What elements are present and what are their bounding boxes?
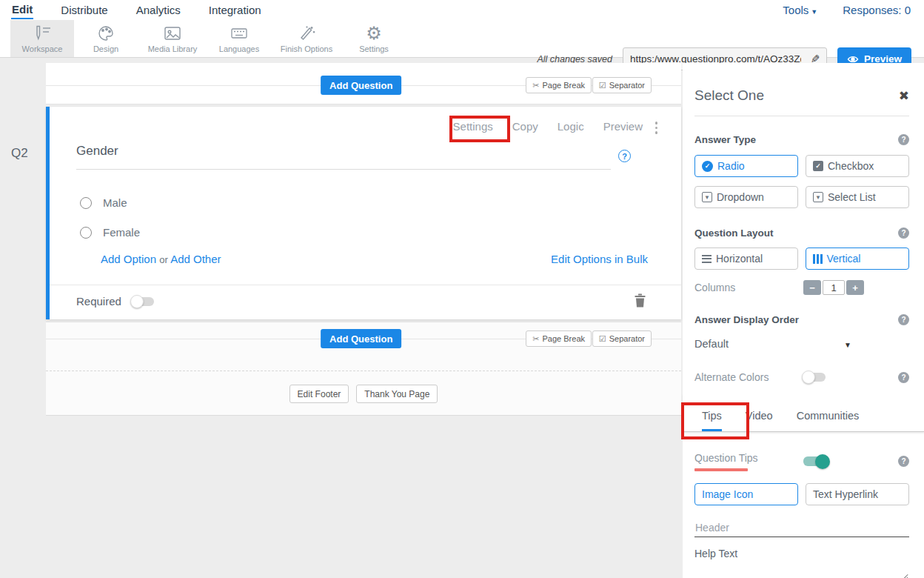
question-copy-link[interactable]: Copy xyxy=(512,120,538,133)
answer-type-select-list-button[interactable]: Select List xyxy=(806,186,909,208)
editor-toolbar: Workspace Design Media Libr xyxy=(0,20,924,58)
required-row: Required xyxy=(76,295,154,308)
answer-option-row: Female xyxy=(80,226,140,239)
toolbar-tab-media-library[interactable]: Media Library xyxy=(138,20,207,57)
chevron-down-icon xyxy=(811,7,817,16)
scissors-icon xyxy=(532,334,539,344)
close-icon[interactable] xyxy=(899,88,909,104)
thank-you-page-button[interactable]: Thank You Page xyxy=(356,385,438,403)
columns-label: Columns xyxy=(694,282,803,293)
separator-button[interactable]: Separator xyxy=(592,330,652,347)
dropdown-square-icon xyxy=(702,192,712,202)
horizontal-lines-icon xyxy=(702,255,712,263)
answer-type-radio-button[interactable]: Radio xyxy=(694,155,798,177)
toolbar-tab-label: Workspace xyxy=(22,44,63,53)
question-tips-help-icon[interactable] xyxy=(898,456,909,467)
nav-item-distribute[interactable]: Distribute xyxy=(60,1,108,19)
image-icon-button[interactable]: Image Icon xyxy=(694,483,798,505)
question-settings-sidebar: Select One Answer Type Radio Checkbox Dr… xyxy=(683,63,924,578)
page-break-button[interactable]: Page Break xyxy=(526,330,592,347)
required-row-divider xyxy=(50,285,681,285)
layout-vertical-button[interactable]: Vertical xyxy=(806,248,909,270)
chevron-down-icon xyxy=(844,337,851,351)
radio-button[interactable] xyxy=(80,227,92,239)
layout-horizontal-button[interactable]: Horizontal xyxy=(694,248,798,270)
checkbox-check-icon xyxy=(813,161,823,171)
answer-type-dropdown-button[interactable]: Dropdown xyxy=(694,186,798,208)
option-label[interactable]: Male xyxy=(103,196,127,209)
nav-item-edit[interactable]: Edit xyxy=(11,1,33,19)
tab-tips[interactable]: Tips xyxy=(702,410,722,431)
toolbar-tab-design[interactable]: Design xyxy=(74,20,138,57)
toolbar-tab-label: Languages xyxy=(219,44,259,53)
question-tips-label: Question Tips xyxy=(694,452,758,464)
palette-icon xyxy=(97,24,115,43)
columns-value-input[interactable] xyxy=(823,280,845,295)
nav-item-analytics[interactable]: Analytics xyxy=(135,1,181,19)
help-text-area-wrap xyxy=(694,561,909,578)
question-preview-link[interactable]: Preview xyxy=(603,120,643,133)
add-question-button[interactable]: Add Question xyxy=(321,76,401,95)
question-layout-help-icon[interactable] xyxy=(898,227,909,239)
responses-count[interactable]: Responses: 0 xyxy=(843,4,911,16)
toolbar-tab-settings[interactable]: Settings xyxy=(342,20,406,57)
add-question-panel-top: Add Question Page Break Separator xyxy=(46,63,681,104)
toolbar-tab-finish-options[interactable]: Finish Options xyxy=(271,20,342,57)
question-help-icon[interactable] xyxy=(618,150,631,162)
question-tips-toggle[interactable] xyxy=(803,456,828,466)
question-logic-link[interactable]: Logic xyxy=(558,120,584,133)
tip-header-input[interactable] xyxy=(694,519,909,537)
toolbar-tab-workspace[interactable]: Workspace xyxy=(10,20,74,57)
question-settings-link[interactable]: Settings xyxy=(453,120,493,133)
option-label[interactable]: Female xyxy=(103,226,140,239)
alternate-colors-label: Alternate Colors xyxy=(694,371,803,383)
top-navigation: Edit Distribute Analytics Integration To… xyxy=(0,0,924,20)
add-question-button[interactable]: Add Question xyxy=(321,329,401,348)
edit-footer-button[interactable]: Edit Footer xyxy=(289,385,349,403)
resize-handle-icon[interactable] xyxy=(901,574,908,578)
survey-editor-app: Edit Distribute Analytics Integration To… xyxy=(0,0,924,578)
columns-decrease-button[interactable] xyxy=(803,280,821,295)
required-toggle[interactable] xyxy=(132,297,154,306)
dropdown-square-icon xyxy=(813,192,823,202)
required-label: Required xyxy=(76,295,121,308)
edit-options-bulk-link[interactable]: Edit Options in Bulk xyxy=(551,253,648,265)
help-text-textarea[interactable] xyxy=(694,561,909,578)
answer-type-label: Answer Type xyxy=(694,134,756,145)
more-options-dots-icon[interactable] xyxy=(654,120,660,136)
checkbox-icon xyxy=(599,81,606,90)
radio-check-icon xyxy=(702,161,713,172)
answer-display-order-select[interactable]: Default xyxy=(694,337,851,351)
page-break-button[interactable]: Page Break xyxy=(526,77,592,93)
answer-display-order-label: Answer Display Order xyxy=(694,314,799,325)
answer-display-order-help-icon[interactable] xyxy=(898,314,909,325)
separator-button[interactable]: Separator xyxy=(592,77,652,93)
text-hyperlink-button[interactable]: Text Hyperlink xyxy=(806,483,909,505)
radio-button[interactable] xyxy=(80,197,92,209)
delete-question-trash-icon[interactable] xyxy=(635,293,646,310)
vertical-bars-icon xyxy=(813,254,823,264)
workspace-icon xyxy=(33,24,52,43)
toolbar-tab-label: Settings xyxy=(359,44,389,53)
add-question-panel-bottom: Add Question Page Break Separator Edit F… xyxy=(46,322,681,416)
survey-footer-actions: Edit Footer Thank You Page xyxy=(46,385,681,403)
toolbar-tab-languages[interactable]: Languages xyxy=(207,20,271,57)
tab-communities[interactable]: Communities xyxy=(797,410,860,431)
question-title[interactable]: Gender xyxy=(76,144,118,159)
add-other-link[interactable]: Add Other xyxy=(170,253,221,265)
checkbox-icon xyxy=(599,334,606,344)
tab-video[interactable]: Video xyxy=(746,410,773,431)
sidebar-title: Select One xyxy=(694,87,764,104)
answer-type-checkbox-button[interactable]: Checkbox xyxy=(806,155,909,177)
option-links-row: Add Option or Add Other xyxy=(101,253,221,265)
alternate-colors-help-icon[interactable] xyxy=(898,372,909,383)
top-nav-right: Tools Responses: 0 xyxy=(783,0,911,20)
columns-increase-button[interactable] xyxy=(846,280,864,295)
question-card: Settings Copy Logic Preview Gender Male … xyxy=(46,107,681,319)
answer-type-help-icon[interactable] xyxy=(898,134,909,145)
add-option-link[interactable]: Add Option xyxy=(101,253,156,265)
nav-item-integration[interactable]: Integration xyxy=(208,1,262,19)
alternate-colors-toggle[interactable] xyxy=(803,373,826,382)
question-index-label: Q2 xyxy=(11,146,28,161)
tools-menu[interactable]: Tools xyxy=(783,4,817,16)
